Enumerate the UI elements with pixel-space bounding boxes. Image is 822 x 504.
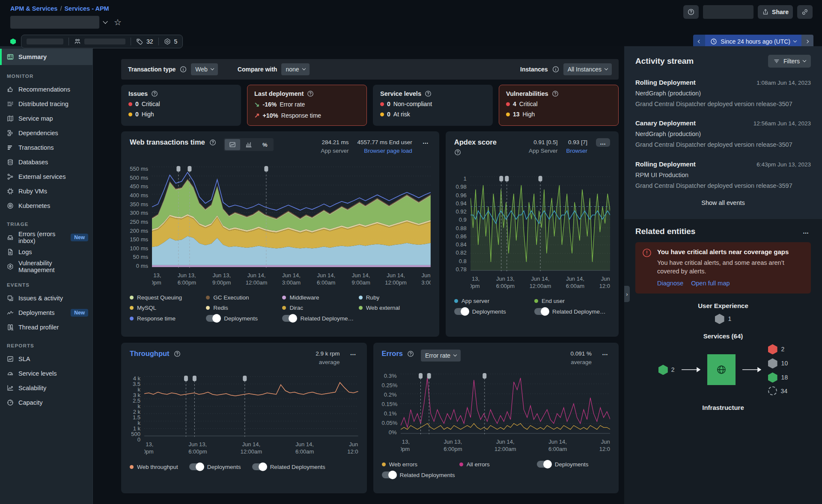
- legend-item[interactable]: Web external: [359, 305, 431, 311]
- vulnerabilities-card[interactable]: Vulnerabilities 4Critical 13High: [499, 85, 619, 126]
- related-deployments-toggle[interactable]: Related Deployments: [382, 471, 455, 478]
- share-button[interactable]: Share: [758, 5, 793, 19]
- deployments-toggle[interactable]: Deployments: [189, 463, 241, 470]
- legend-item[interactable]: All errors: [459, 461, 533, 468]
- diagnose-link[interactable]: Diagnose: [657, 280, 683, 287]
- legend-item[interactable]: Redis: [206, 305, 278, 311]
- info-icon[interactable]: [552, 66, 559, 73]
- sidebar-item-sla[interactable]: SLA: [0, 352, 92, 366]
- errors-title[interactable]: Errors: [382, 350, 403, 358]
- copy-link-button[interactable]: [797, 5, 813, 19]
- more-options-button[interactable]: …: [600, 350, 610, 356]
- throughput-chart[interactable]: [144, 376, 358, 438]
- open-full-map-link[interactable]: Open full map: [691, 280, 730, 287]
- service-levels-card[interactable]: Service levels 0Non-compliant 0At risk: [373, 85, 493, 126]
- help-circle-icon[interactable]: [425, 90, 432, 97]
- sidebar-item-summary[interactable]: Summary: [0, 49, 92, 65]
- more-options-button[interactable]: …: [348, 350, 358, 356]
- more-options-button[interactable]: …: [421, 138, 431, 145]
- legend-item[interactable]: Ruby: [359, 294, 431, 301]
- legend-item[interactable]: Dirac: [282, 305, 354, 311]
- breakdown-unknown[interactable]: 10: [768, 358, 788, 368]
- sidebar-item-ruby-vms[interactable]: Ruby VMs: [0, 184, 92, 199]
- favorite-star-icon[interactable]: ☆: [114, 18, 122, 27]
- deployments-toggle[interactable]: Deployments: [206, 315, 278, 322]
- legend-item[interactable]: App server: [454, 298, 530, 304]
- sidebar-item-logs[interactable]: Logs: [0, 245, 92, 259]
- browser-page-load-link[interactable]: Browser page load: [357, 147, 412, 155]
- legend-item[interactable]: Middleware: [282, 294, 354, 301]
- issues-card[interactable]: Issues 0Critical 0High: [121, 85, 241, 126]
- errors-chart[interactable]: [401, 373, 611, 435]
- deployments-toggle[interactable]: Deployments: [537, 461, 610, 468]
- instances-dropdown[interactable]: All Instances: [563, 63, 612, 75]
- activity-event[interactable]: Canary Deployment12:56am Jun 14, 2023 Ne…: [635, 119, 811, 149]
- chevron-down-icon[interactable]: [103, 19, 107, 24]
- filters-button[interactable]: Filters: [768, 55, 811, 68]
- activity-event[interactable]: Rolling Deployment1:08am Jun 14, 2023 Ne…: [635, 79, 811, 108]
- breadcrumb-services-apm[interactable]: Services - APM: [64, 5, 109, 12]
- sidebar-item-errors-inbox[interactable]: Errors (errors inbox) New: [0, 230, 92, 245]
- breakdown-uninstrumented[interactable]: 34: [768, 386, 788, 395]
- current-service-node[interactable]: [707, 354, 736, 385]
- sidebar-item-dependencies[interactable]: Dependencies: [0, 126, 92, 140]
- sidebar-item-scalability[interactable]: Scalability: [0, 381, 92, 395]
- user-experience-node[interactable]: 1: [635, 314, 811, 324]
- sidebar-item-issues-activity[interactable]: Issues & activity: [0, 291, 92, 305]
- collapse-panel-handle[interactable]: ›: [624, 286, 630, 302]
- compare-with-dropdown[interactable]: none: [281, 63, 309, 75]
- help-circle-icon[interactable]: [209, 139, 216, 146]
- breadcrumb-apm-services[interactable]: APM & Services: [10, 5, 57, 12]
- percent-view-button[interactable]: %: [257, 139, 273, 150]
- legend-item[interactable]: End user: [534, 298, 610, 304]
- entity-selector[interactable]: [10, 16, 99, 29]
- apdex-chart[interactable]: [471, 176, 610, 272]
- show-all-events-link[interactable]: Show all events: [635, 190, 811, 213]
- browser-link[interactable]: Browser: [566, 147, 587, 155]
- sidebar-item-external-services[interactable]: External services: [0, 169, 92, 184]
- workloads-count-group[interactable]: 5: [159, 38, 183, 45]
- help-circle-icon[interactable]: [407, 350, 414, 357]
- more-options-button[interactable]: …: [801, 228, 811, 235]
- legend-item[interactable]: Web errors: [382, 461, 455, 468]
- help-circle-icon[interactable]: [552, 90, 559, 97]
- related-deployments-toggle[interactable]: Related Deployments: [252, 463, 325, 470]
- throughput-title[interactable]: Throughput: [130, 350, 170, 358]
- tags-count-group[interactable]: 32: [131, 38, 158, 45]
- legend-item[interactable]: MySQL: [130, 305, 202, 311]
- sidebar-item-thread-profiler[interactable]: Thread profiler: [0, 320, 92, 335]
- sidebar-item-service-levels[interactable]: Service levels: [0, 366, 92, 381]
- transaction-type-dropdown[interactable]: Web: [191, 63, 218, 75]
- legend-item[interactable]: Web throughput: [130, 463, 178, 470]
- breakdown-critical[interactable]: 2: [768, 344, 788, 354]
- legend-item[interactable]: Request Queuing: [130, 294, 202, 301]
- help-circle-icon[interactable]: [307, 90, 314, 97]
- breakdown-healthy[interactable]: 18: [768, 372, 788, 382]
- area-chart-view-button[interactable]: [225, 139, 240, 150]
- related-deployments-toggle[interactable]: Related Deployme…: [534, 308, 610, 315]
- activity-event[interactable]: Rolling Deployment6:43pm Jun 13, 2023 RP…: [635, 160, 811, 190]
- legend-item[interactable]: Response time: [130, 315, 202, 322]
- sidebar-item-databases[interactable]: Databases: [0, 155, 92, 169]
- bar-chart-view-button[interactable]: [241, 139, 256, 150]
- sidebar-item-deployments[interactable]: Deployments New: [0, 305, 92, 320]
- help-circle-icon[interactable]: [151, 90, 158, 97]
- web-transactions-chart[interactable]: [152, 166, 431, 269]
- help-button[interactable]: [683, 5, 699, 19]
- related-deployments-toggle[interactable]: Related Deployments: [282, 315, 354, 322]
- error-rate-dropdown[interactable]: Error rate: [421, 350, 461, 362]
- sidebar-item-capacity[interactable]: Capacity: [0, 395, 92, 410]
- inbound-services-node[interactable]: 2: [658, 365, 675, 375]
- sidebar-item-vulnerability-management[interactable]: Vulnerability Management: [0, 259, 92, 274]
- sidebar-item-recommendations[interactable]: Recommendations: [0, 82, 92, 97]
- sidebar-item-distributed-tracing[interactable]: Distributed tracing: [0, 97, 92, 111]
- help-circle-icon[interactable]: [454, 149, 461, 156]
- deployments-toggle[interactable]: Deployments: [454, 308, 530, 315]
- sidebar-item-kubernetes[interactable]: Kubernetes: [0, 199, 92, 213]
- sidebar-item-transactions[interactable]: Transactions: [0, 140, 92, 155]
- more-options-button[interactable]: …: [596, 138, 610, 147]
- help-circle-icon[interactable]: [174, 350, 181, 357]
- sidebar-item-service-map[interactable]: Service map: [0, 111, 92, 126]
- legend-item[interactable]: GC Execution: [206, 294, 278, 301]
- last-deployment-card[interactable]: Last deployment ↘-16%Error rate ↗+10%Res…: [247, 85, 367, 126]
